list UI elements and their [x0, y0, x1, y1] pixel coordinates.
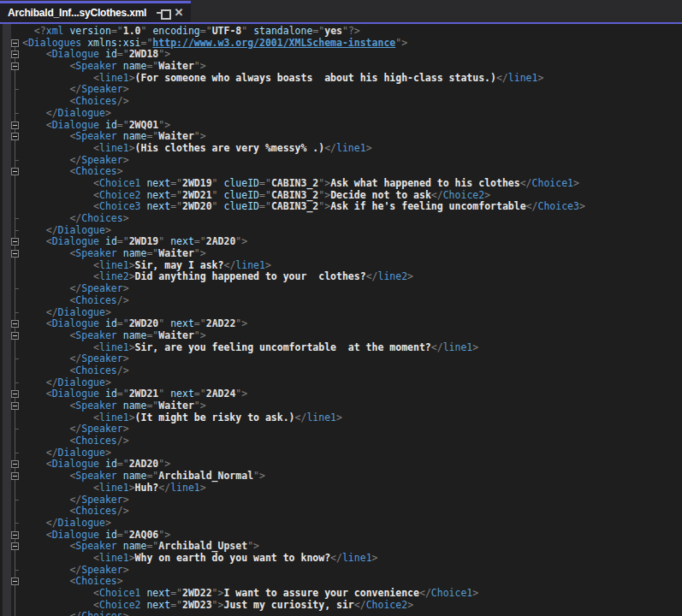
code-text: <Choices/> — [22, 506, 129, 518]
xml-delimiter: < — [93, 412, 99, 424]
tab-archibald-xml[interactable]: Archibald_Inf...syClothes.xml ✕ — [0, 1, 191, 22]
fold-guide — [0, 271, 22, 283]
code-text: <Speaker name="Waiter"> — [22, 400, 206, 412]
xml-url-value: http://www.w3.org/2001/XMLSchema-instanc… — [152, 37, 395, 49]
xml-delimiter: </ — [69, 494, 81, 506]
xml-delimiter: "> — [318, 200, 330, 212]
code-line: <Speaker name="Archibald_Normal"> — [0, 471, 682, 483]
code-text: <Dialogue id="2WD21" next="2AD24"> — [22, 388, 247, 400]
pin-icon[interactable] — [156, 6, 169, 20]
fold-minus-box-icon[interactable] — [11, 472, 19, 480]
fold-minus-box-icon[interactable] — [11, 121, 19, 129]
fold-minus-box-icon[interactable] — [11, 332, 19, 340]
xml-delimiter: "?> — [342, 25, 360, 37]
xml-delimiter: "> — [212, 587, 224, 599]
fold-minus-box-icon[interactable] — [11, 50, 19, 58]
xml-delimiter: > — [117, 575, 123, 587]
code-line: </Speaker> — [0, 353, 682, 365]
code-text: <line1>(His clothes are very %messy% .)<… — [22, 143, 372, 155]
code-text: <Choices> — [22, 166, 123, 178]
xml-delimiter: </ — [46, 517, 58, 529]
xml-delimiter: =" — [194, 388, 206, 400]
xml-attribute-name: next — [141, 189, 171, 201]
code-text: </Dialogue> — [22, 307, 111, 319]
xml-delimiter: "> — [235, 388, 247, 400]
fold-region — [0, 530, 22, 542]
close-icon[interactable]: ✕ — [172, 6, 186, 20]
code-area[interactable]: <?xml version="1.0" encoding="UTF-8" sta… — [0, 24, 682, 616]
xml-delimiter: =" — [146, 60, 158, 72]
fold-minus-box-icon[interactable] — [11, 62, 19, 70]
fold-guide — [0, 365, 22, 377]
xml-attribute-value: 2AD20 — [129, 458, 159, 470]
fold-region — [0, 388, 22, 400]
code-line: <Dialogue id="2AD20"> — [0, 459, 682, 471]
code-line: <line1>Sir, are you feeling uncomfortabl… — [0, 342, 682, 354]
code-line: <Speaker name="Waiter"> — [0, 400, 682, 412]
fold-minus-box-icon[interactable] — [11, 39, 19, 47]
minus-glyph — [13, 66, 17, 67]
xml-tag-name: Choices — [75, 95, 116, 107]
xml-tag-name: line1 — [342, 552, 372, 564]
xml-text-content: (It might be risky to ask.) — [135, 412, 295, 424]
fold-guide — [0, 611, 22, 616]
fold-minus-box-icon[interactable] — [11, 390, 19, 398]
xml-delimiter: > — [123, 494, 129, 506]
xml-tag-name: Speaker — [75, 540, 116, 552]
code-line: </Dialogue> — [0, 307, 682, 319]
fold-minus-box-icon[interactable] — [11, 250, 19, 258]
xml-tag-name: Choices — [75, 435, 116, 447]
xml-delimiter: < — [46, 388, 52, 400]
editor-pane[interactable]: <?xml version="1.0" encoding="UTF-8" sta… — [0, 24, 682, 616]
xml-delimiter: > — [484, 189, 490, 201]
fold-minus-box-icon[interactable] — [11, 531, 19, 539]
minus-glyph — [13, 43, 17, 44]
xml-tag-name: Speaker — [75, 400, 116, 412]
xml-delimiter: =" — [111, 25, 123, 37]
xml-attribute-value: CABIN3_2 — [271, 177, 318, 189]
fold-region — [0, 120, 22, 132]
xml-tag-name: line1 — [235, 259, 265, 271]
xml-attribute-value: 2AD24 — [206, 388, 236, 400]
xml-delimiter: > — [472, 587, 478, 599]
xml-delimiter: < — [46, 119, 52, 131]
xml-delimiter: < — [93, 177, 99, 189]
xml-delimiter: /> — [117, 435, 129, 447]
xml-delimiter: < — [93, 482, 99, 494]
xml-tag-name: Dialogue — [58, 376, 105, 388]
fold-guide — [0, 435, 22, 447]
fold-minus-box-icon[interactable] — [11, 320, 19, 328]
fold-minus-box-icon[interactable] — [11, 460, 19, 468]
code-line: <Speaker name="Waiter"> — [0, 248, 682, 260]
fold-region — [0, 38, 22, 50]
xml-delimiter: </ — [223, 259, 235, 271]
xml-tag-name: line2 — [377, 270, 407, 282]
fold-minus-box-icon[interactable] — [11, 133, 19, 140]
xml-delimiter: > — [129, 259, 135, 271]
xml-attribute-value: Waiter — [158, 247, 194, 259]
xml-attribute-value: 2WD22 — [182, 587, 212, 599]
fold-minus-box-icon[interactable] — [11, 168, 19, 175]
fold-minus-box-icon[interactable] — [11, 542, 19, 550]
xml-attribute-value: CABIN3_2 — [271, 189, 318, 201]
fold-minus-box-icon[interactable] — [11, 578, 19, 585]
xml-delimiter: =" — [170, 587, 182, 599]
xml-tag-name: line1 — [443, 341, 473, 353]
code-line: <Choices/> — [0, 506, 682, 518]
fold-region — [0, 49, 22, 61]
code-text: </Dialogue> — [22, 447, 111, 459]
xml-delimiter: </ — [69, 83, 81, 95]
code-text: </Speaker> — [22, 565, 129, 577]
xml-tag-name: line1 — [170, 482, 200, 494]
fold-minus-box-icon[interactable] — [11, 238, 19, 246]
fold-guide — [0, 553, 22, 565]
fold-minus-box-icon[interactable] — [11, 402, 19, 410]
xml-tag-name: Speaker — [75, 60, 116, 72]
minus-glyph — [13, 535, 17, 536]
xml-delimiter: =" — [170, 200, 182, 212]
xml-attribute-value: 2WD21 — [129, 388, 159, 400]
fold-region — [0, 131, 22, 143]
xml-tag-name: line1 — [306, 412, 336, 424]
xml-delimiter: < — [46, 48, 52, 60]
xml-delimiter: =" — [259, 189, 271, 201]
